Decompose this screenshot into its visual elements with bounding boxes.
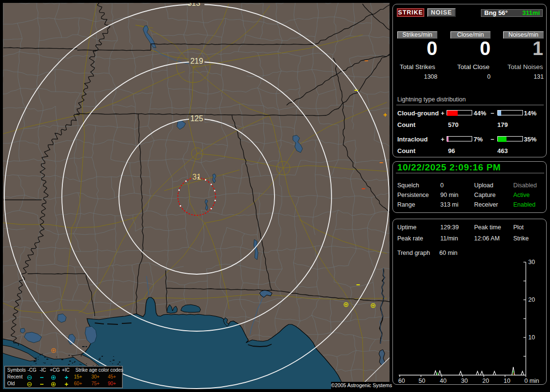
svg-text:125: 125 <box>190 114 203 123</box>
svg-text:313: 313 <box>188 3 201 7</box>
svg-text:219: 219 <box>190 57 203 65</box>
svg-text:31: 31 <box>192 173 201 181</box>
